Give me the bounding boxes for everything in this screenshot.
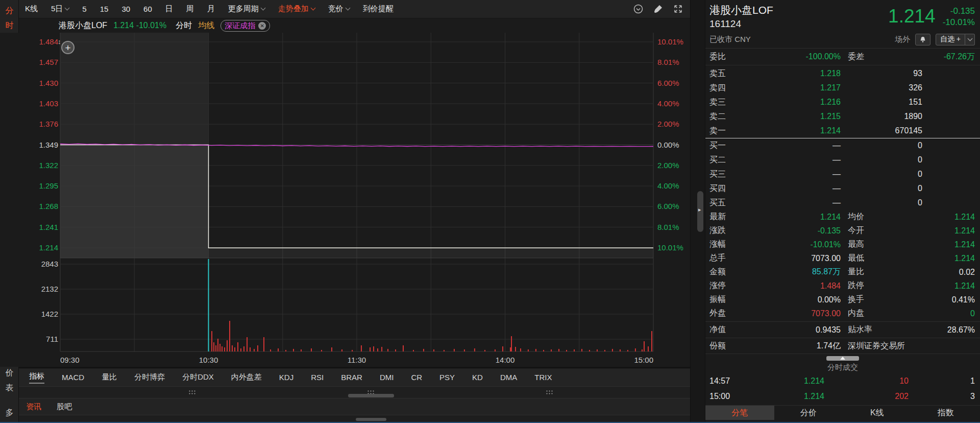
- indicator-tab-11[interactable]: PSY: [439, 373, 455, 382]
- splitter-grip[interactable]: [188, 390, 197, 394]
- ma-toggle[interactable]: 均线: [198, 20, 214, 31]
- stat-row: 振幅0.00%换手0.41%: [705, 293, 980, 307]
- tick-time: 15:00: [709, 392, 745, 401]
- indicator-tab-0[interactable]: 指标: [29, 371, 44, 384]
- exchange-name: 深圳证券交易所: [848, 341, 905, 351]
- toolbar-item-3[interactable]: 15: [100, 5, 109, 13]
- panel-tab-2[interactable]: K线: [843, 406, 912, 420]
- ask-row[interactable]: 卖五1.21893: [705, 66, 980, 81]
- overlay-tag[interactable]: 深证成指 ✕: [220, 20, 270, 32]
- tick-time: 14:57: [709, 377, 745, 386]
- bid-row[interactable]: 买五—0: [705, 196, 980, 210]
- toolbar-item-label: 月: [207, 4, 215, 14]
- toolbar-item-5[interactable]: 60: [143, 5, 152, 13]
- tick-row[interactable]: 14:571.214101: [705, 373, 980, 389]
- toolbar-item-10[interactable]: 走势叠加: [278, 4, 315, 14]
- indicator-tab-12[interactable]: KD: [472, 373, 483, 382]
- ask-row[interactable]: 卖三1.216151: [705, 95, 980, 109]
- price-axis-label: 1.457: [20, 58, 58, 67]
- toolbar-item-0[interactable]: K线: [25, 4, 38, 14]
- indicator-tab-7[interactable]: RSI: [311, 373, 324, 382]
- watchlist-dropdown-button[interactable]: [965, 34, 975, 45]
- add-watchlist-button[interactable]: 自选 +: [936, 34, 965, 45]
- news-tab-bar: 资讯股吧: [19, 398, 690, 415]
- tick-row[interactable]: 15:001.2142023: [705, 389, 980, 404]
- bid-row[interactable]: 买二—0: [705, 153, 980, 167]
- indicator-tab-13[interactable]: DMA: [500, 373, 517, 382]
- toolbar-item-12[interactable]: 到价提醒: [363, 4, 394, 14]
- indicator-tab-6[interactable]: KDJ: [279, 373, 293, 382]
- indicator-tab-1[interactable]: MACD: [62, 373, 84, 382]
- indicator-tab-4[interactable]: 分时DDX: [182, 372, 214, 382]
- intraday-chart-area[interactable]: ↕ + 1.4841.4571.4301.4031.3761.3491.3221…: [0, 33, 690, 367]
- alert-bell-button[interactable]: [915, 34, 930, 45]
- quote-panel: 港股小盘LOF 161124 1.214 -0.135 -10.01% 已收市 …: [705, 0, 980, 423]
- splitter-grip[interactable]: [546, 390, 554, 394]
- toolbar-item-9[interactable]: 更多周期: [228, 4, 265, 14]
- stat-label: 振幅: [709, 294, 741, 305]
- toolbar-item-6[interactable]: 日: [165, 4, 173, 14]
- indicator-tab-2[interactable]: 量比: [102, 372, 117, 382]
- overlay-close-icon[interactable]: ✕: [258, 22, 266, 30]
- stat-row: 外盘7073.00内盘0: [705, 307, 980, 320]
- toolbar-item-2[interactable]: 5: [82, 5, 86, 13]
- bottom-splitter-thumb[interactable]: [356, 418, 386, 421]
- ask-row[interactable]: 卖一1.214670145: [705, 124, 980, 138]
- price-axis-label: 1.349: [20, 140, 58, 150]
- expand-handle[interactable]: [826, 356, 859, 361]
- bid-book: 买一—0买二—0买三—0买四—0买五—0: [705, 138, 980, 210]
- check-circle-icon[interactable]: [633, 4, 643, 14]
- fullscreen-icon[interactable]: [673, 4, 683, 14]
- toolbar-item-7[interactable]: 周: [186, 4, 194, 14]
- toolbar-item-11[interactable]: 竞价: [328, 4, 350, 14]
- indicator-tab-5[interactable]: 内外盘差: [231, 372, 262, 382]
- indicator-tab-bar: 指标MACD量比分时博弈分时DDX内外盘差KDJRSIBRARDMICRPSYK…: [19, 368, 690, 386]
- indicator-tab-14[interactable]: TRIX: [534, 373, 552, 382]
- ask-row[interactable]: 卖四1.217326: [705, 81, 980, 95]
- toolbar-item-1[interactable]: 5日: [51, 4, 69, 14]
- bid-price: —: [741, 184, 841, 193]
- time-axis-label: 10:30: [193, 356, 224, 365]
- bid-row[interactable]: 买一—0: [705, 138, 980, 153]
- stat-label: 外盘: [709, 308, 741, 319]
- chart-title: 港股小盘LOF: [59, 20, 107, 31]
- panel-collapse-arrow-icon[interactable]: ▸: [698, 206, 701, 213]
- volume-axis-label: 1422: [20, 310, 58, 319]
- price-axis-label: 1.403: [20, 99, 58, 108]
- price-axis-label: 1.295: [20, 181, 58, 191]
- indicator-tab-10[interactable]: CR: [411, 373, 422, 382]
- news-tab-0[interactable]: 资讯: [26, 402, 41, 412]
- commission-row: 委比 -100.00% 委差 -67.26万: [705, 50, 980, 64]
- indicator-tab-9[interactable]: DMI: [380, 373, 394, 382]
- price-axis-label: 1.430: [20, 79, 58, 88]
- toolbar-item-4[interactable]: 30: [121, 5, 130, 13]
- brush-draw-icon[interactable]: [653, 4, 663, 14]
- ask-row[interactable]: 卖二1.2151890: [705, 109, 980, 124]
- bid-row[interactable]: 买四—0: [705, 181, 980, 196]
- percent-axis-label: 10.01%: [657, 37, 689, 46]
- intraday-chart[interactable]: [0, 33, 690, 367]
- bid-qty: 0: [841, 170, 922, 179]
- stat-value: 1.484: [741, 281, 841, 291]
- hscroll-thumb[interactable]: [348, 394, 394, 397]
- market-tag: 场外: [895, 35, 910, 44]
- sidebar-item-6[interactable]: 多: [0, 405, 19, 420]
- horizontal-splitter[interactable]: [19, 386, 690, 398]
- zoom-in-button[interactable]: +: [61, 41, 75, 54]
- bid-row[interactable]: 买三—0: [705, 167, 980, 181]
- panel-tab-3[interactable]: 指数: [912, 406, 980, 420]
- panel-tab-0[interactable]: 分笔: [705, 406, 774, 420]
- panel-tab-1[interactable]: 分价: [774, 406, 843, 420]
- indicator-tab-3[interactable]: 分时博弈: [134, 372, 165, 382]
- stat-label: 贴水率: [848, 324, 892, 335]
- toolbar-item-8[interactable]: 月: [207, 4, 215, 14]
- stat-label: 涨幅: [709, 239, 741, 250]
- ask-book: 卖五1.21893卖四1.217326卖三1.216151卖二1.2151890…: [705, 66, 980, 138]
- shares-label: 份额: [709, 341, 741, 351]
- news-tab-1[interactable]: 股吧: [57, 402, 72, 412]
- bid-price: —: [741, 170, 841, 179]
- chart-period-label[interactable]: 分时: [176, 20, 192, 31]
- tick-list: 14:571.21410115:001.2142023: [705, 373, 980, 404]
- panel-collapse-strip[interactable]: ▸: [690, 0, 705, 423]
- indicator-tab-8[interactable]: BRAR: [341, 373, 362, 382]
